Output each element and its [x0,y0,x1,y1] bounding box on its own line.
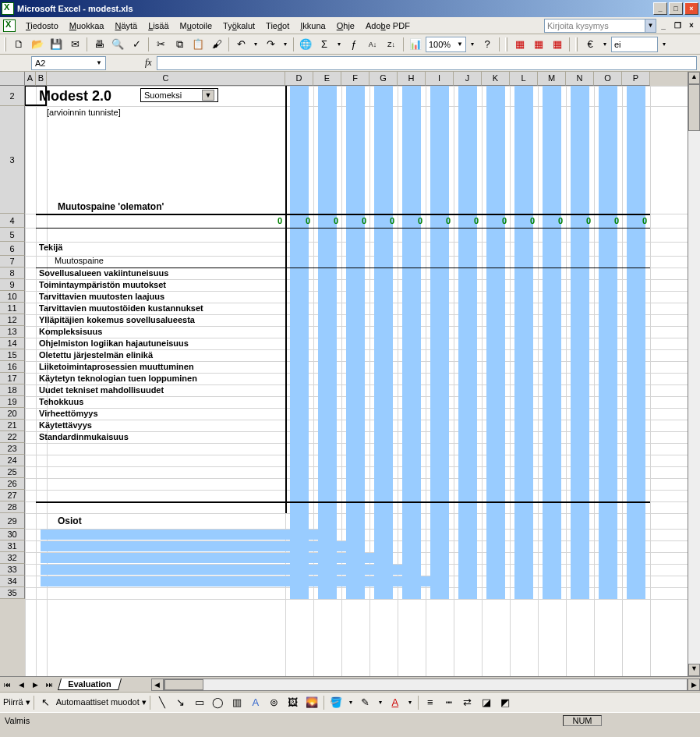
help-icon[interactable]: ? [479,36,496,53]
row-header-21[interactable]: 21 [0,420,25,431]
col-header-L[interactable]: L [510,72,538,86]
row-header-29[interactable]: 29 [0,513,25,529]
tab-nav-next[interactable]: ▶ [28,679,42,691]
row-header-2[interactable]: 2 [0,86,25,106]
menu-tiedot[interactable]: Tiedot [260,19,295,32]
row-header-30[interactable]: 30 [0,529,25,540]
ei-dropdown[interactable]: ▾ [659,41,669,48]
row-header-9[interactable]: 9 [0,279,25,291]
line-style-icon[interactable]: ≡ [422,694,439,711]
doc-restore[interactable]: ❐ [672,21,683,30]
autosum-dropdown[interactable]: ▾ [334,41,344,48]
save-icon[interactable]: 💾 [48,36,65,53]
autosum-icon[interactable]: Σ [316,36,333,53]
row-header-16[interactable]: 16 [0,361,25,373]
row-header-34[interactable]: 34 [0,576,25,587]
formula-input[interactable] [157,56,697,70]
sort-asc-icon[interactable]: A↓ [364,36,381,53]
preview-icon[interactable]: 🔍 [109,36,126,53]
undo-dropdown[interactable]: ▾ [251,41,260,48]
row-header-20[interactable]: 20 [0,408,25,420]
format-painter-icon[interactable]: 🖌 [208,36,225,53]
row-header-4[interactable]: 4 [0,214,25,228]
name-box[interactable]: A2 ▼ [31,56,106,70]
diagram-icon[interactable]: ⊚ [266,694,283,711]
menu-nayta[interactable]: Näytä [109,19,143,32]
menu-muotoile[interactable]: Muotoile [175,19,218,32]
scroll-thumb[interactable] [688,84,700,131]
pdf-icon-1[interactable]: ▦ [511,36,529,53]
hscroll-thumb[interactable] [164,679,203,690]
fx-label[interactable]: fx [145,57,152,69]
row-header-5[interactable]: 5 [0,228,25,242]
menu-tyokalut[interactable]: Työkalut [217,19,260,32]
col-header-H[interactable]: H [398,72,426,86]
col-header-F[interactable]: F [341,72,369,86]
namebox-dropdown-icon[interactable]: ▼ [96,59,102,66]
row-header-35[interactable]: 35 [0,587,25,599]
mail-icon[interactable]: ✉ [66,36,83,53]
select-arrow-icon[interactable]: ↖ [37,694,55,711]
clipart-icon[interactable]: 🖼 [285,694,302,711]
tab-nav-first[interactable]: ⏮ [0,679,14,691]
fill-color-icon[interactable]: 🪣 [327,694,345,711]
scroll-right-icon[interactable]: ▶ [688,679,700,691]
euro-icon[interactable]: € [582,36,599,53]
dash-style-icon[interactable]: ┅ [440,694,458,711]
font-color-icon[interactable]: A [387,694,404,711]
row-header-13[interactable]: 13 [0,326,25,338]
wordart-icon[interactable]: A [247,694,264,711]
vertical-scrollbar[interactable]: ▲ ▼ [688,72,700,676]
redo-dropdown[interactable]: ▾ [281,41,290,48]
tab-nav-last[interactable]: ⏭ [42,679,56,691]
col-header-C[interactable]: C [47,72,285,86]
workbook-icon[interactable] [3,19,16,32]
undo-icon[interactable]: ↶ [232,36,249,53]
toolbar-grip[interactable] [4,37,6,51]
row-header-31[interactable]: 31 [0,540,25,552]
row-header-33[interactable]: 33 [0,564,25,576]
col-header-J[interactable]: J [454,72,482,86]
horizontal-scrollbar[interactable]: ◀ ▶ [151,679,700,691]
row-header-22[interactable]: 22 [0,431,25,443]
picture-icon[interactable]: 🌄 [303,694,320,711]
row-header-19[interactable]: 19 [0,396,25,408]
oval-icon[interactable]: ◯ [210,694,227,711]
row-header-15[interactable]: 15 [0,349,25,361]
col-header-O[interactable]: O [594,72,622,86]
draw-menu[interactable]: Piirrä ▾ [3,697,30,707]
sheet-tab-evaluation[interactable]: Evaluation [58,679,122,690]
line-color-icon[interactable]: ✎ [357,694,374,711]
close-button[interactable]: × [684,2,698,15]
menu-tiedosto[interactable]: Tiedosto [20,19,64,32]
copy-icon[interactable]: ⧉ [171,36,188,53]
row-header-25[interactable]: 25 [0,466,25,478]
doc-minimize[interactable]: _ [658,21,669,30]
row-header-18[interactable]: 18 [0,384,25,396]
arrow-icon[interactable]: ↘ [172,694,189,711]
row-header-3[interactable]: 3 [0,106,25,214]
minimize-button[interactable]: _ [653,2,667,15]
row-header-17[interactable]: 17 [0,373,25,384]
menu-lisaa[interactable]: Lisää [143,19,174,32]
menu-ikkuna[interactable]: Ikkuna [295,19,331,32]
scroll-down-icon[interactable]: ▼ [688,664,700,676]
col-header-N[interactable]: N [566,72,594,86]
chart-icon[interactable]: 📊 [407,36,424,53]
print-icon[interactable]: 🖶 [90,36,108,53]
col-header-A[interactable]: A [25,72,36,86]
menu-ohje[interactable]: Ohje [331,19,360,32]
row-header-28[interactable]: 28 [0,501,25,513]
3d-icon[interactable]: ◩ [497,694,514,711]
language-dropdown[interactable]: Suomeksi▼ [140,88,218,102]
col-header-I[interactable]: I [426,72,454,86]
tab-nav-prev[interactable]: ◀ [14,679,28,691]
ask-question-box[interactable]: Kirjoita kysymys [544,19,645,33]
toolbar-grip-3[interactable] [575,37,578,51]
pdf-icon-3[interactable]: ▦ [549,36,566,53]
row-header-7[interactable]: 7 [0,256,25,268]
sort-desc-icon[interactable]: Z↓ [383,36,400,53]
row-header-27[interactable]: 27 [0,490,25,501]
scroll-up-icon[interactable]: ▲ [688,72,700,84]
menu-adobe-pdf[interactable]: Adobe PDF [360,19,415,32]
